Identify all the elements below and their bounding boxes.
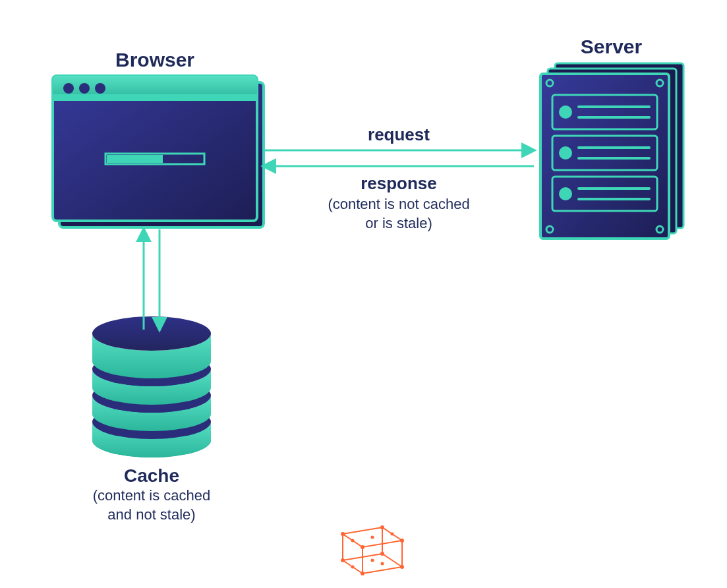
svg-point-6 [95,83,105,94]
svg-point-17 [559,105,572,119]
server-icon [540,63,683,239]
svg-point-25 [559,187,572,200]
response-label: response [264,173,534,194]
svg-rect-3 [53,94,257,101]
response-sublabel: (content is not cached or is stale) [264,195,534,233]
svg-point-41 [351,539,355,543]
request-label: request [264,124,534,146]
svg-point-45 [381,562,384,566]
svg-point-40 [380,552,384,556]
svg-point-32 [92,316,211,351]
svg-point-33 [341,532,345,536]
cache-label: Cache [73,464,231,487]
browser-label: Browser [53,47,257,73]
svg-point-4 [63,83,74,94]
svg-point-43 [391,533,394,536]
svg-point-21 [559,146,572,160]
svg-point-46 [371,559,374,562]
svg-rect-8 [107,155,163,163]
svg-point-39 [400,565,404,569]
svg-point-34 [380,525,384,529]
svg-point-38 [361,572,364,575]
svg-point-5 [79,83,90,94]
browser-icon [53,76,264,227]
svg-point-37 [341,558,345,562]
svg-point-42 [371,536,374,539]
svg-point-36 [361,545,364,549]
svg-point-44 [351,566,355,569]
cache-icon [92,316,211,457]
server-label: Server [540,34,682,59]
svg-point-35 [400,539,404,543]
svg-rect-11 [540,74,669,239]
cache-sublabel: (content is cached and not stale) [59,486,244,524]
logo-icon [341,525,404,575]
